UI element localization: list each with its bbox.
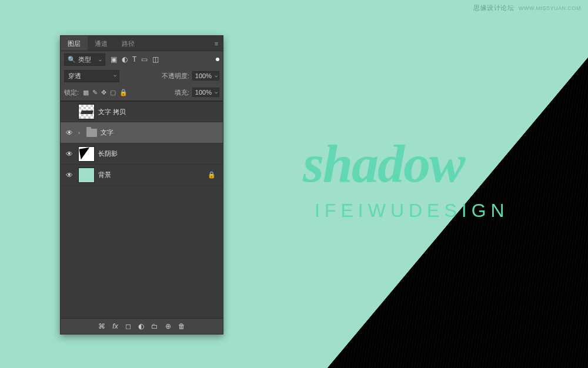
filter-shape-icon[interactable]: ▭ — [141, 55, 148, 63]
new-group-icon[interactable]: 🗀 — [151, 322, 158, 330]
layer-list: 👁 文字 拷贝 👁 › 文字 👁 长阴影 👁 背景 🔒 — [61, 101, 223, 319]
new-layer-icon[interactable]: ⊕ — [165, 322, 171, 330]
lock-image-icon[interactable]: ✎ — [92, 89, 98, 96]
fill-label: 填充: — [175, 88, 189, 97]
layer-thumbnail — [78, 104, 95, 119]
visibility-toggle[interactable]: 👁 — [64, 108, 75, 116]
layer-thumbnail — [78, 168, 95, 183]
artwork-sub-text: IFEIWUDESIGN — [315, 200, 509, 222]
lock-transparency-icon[interactable]: ▩ — [83, 89, 89, 96]
canvas-artwork: shadow IFEIWUDESIGN — [270, 0, 588, 368]
visibility-toggle[interactable]: 👁 — [64, 171, 75, 179]
panel-tabs: 图层 通道 路径 ≡ — [61, 36, 223, 51]
chevron-down-icon: ⌵ — [99, 57, 102, 62]
opacity-value[interactable]: 100% — [192, 71, 219, 81]
chevron-right-icon[interactable]: › — [78, 130, 83, 136]
link-layers-icon[interactable]: ⌘ — [98, 322, 105, 330]
blend-row: 穿透 不透明度: 100% — [61, 68, 223, 84]
filter-toggle[interactable] — [216, 58, 219, 61]
tab-channels[interactable]: 通道 — [88, 36, 115, 51]
opacity-label: 不透明度: — [162, 72, 189, 81]
layer-name: 文字 — [101, 128, 113, 137]
filter-adjust-icon[interactable]: ◐ — [122, 55, 128, 63]
lock-all-icon[interactable]: 🔒 — [119, 89, 128, 96]
lock-row: 锁定: ▩ ✎ ✥ ▢ 🔒 填充: 100% — [61, 84, 223, 101]
filter-icons: ▣ ◐ T ▭ ◫ — [111, 55, 159, 63]
search-icon: 🔍 — [68, 56, 76, 63]
blend-mode-value: 穿透 — [68, 72, 81, 79]
blend-mode-select[interactable]: 穿透 — [64, 70, 119, 82]
lock-position-icon[interactable]: ✥ — [101, 89, 106, 96]
lock-label: 锁定: — [64, 88, 79, 97]
layer-row[interactable]: 👁 背景 🔒 — [61, 165, 223, 186]
lock-icon: 🔒 — [208, 171, 216, 179]
lock-artboard-icon[interactable]: ▢ — [110, 89, 116, 96]
layer-row[interactable]: 👁 长阴影 — [61, 143, 223, 165]
layer-row[interactable]: 👁 › 文字 — [61, 122, 223, 143]
tab-paths[interactable]: 路径 — [115, 36, 142, 51]
layers-panel: 图层 通道 路径 ≡ 🔍 类型 ⌵ ▣ ◐ T ▭ ◫ 穿透 不透明度: 100… — [60, 35, 223, 334]
adjustment-layer-icon[interactable]: ◐ — [138, 322, 144, 330]
tab-layers[interactable]: 图层 — [61, 36, 88, 51]
visibility-toggle[interactable]: 👁 — [64, 129, 75, 137]
delete-layer-icon[interactable]: 🗑 — [178, 322, 185, 330]
layer-mask-icon[interactable]: ◻ — [125, 322, 131, 330]
layer-name: 文字 拷贝 — [98, 108, 126, 116]
panel-menu-icon[interactable]: ≡ — [210, 36, 223, 51]
artwork-main-text: shadow — [303, 132, 464, 195]
layer-thumbnail — [78, 146, 95, 162]
filter-smart-icon[interactable]: ◫ — [152, 55, 159, 63]
layer-style-icon[interactable]: fx — [112, 322, 118, 330]
layer-row[interactable]: 👁 文字 拷贝 — [61, 101, 223, 122]
filter-type-icon[interactable]: T — [132, 55, 136, 63]
filter-type-select[interactable]: 🔍 类型 ⌵ — [64, 53, 105, 66]
layer-name: 背景 — [98, 170, 111, 179]
filter-label: 类型 — [78, 55, 91, 64]
layers-bottom-bar: ⌘ fx ◻ ◐ 🗀 ⊕ 🗑 — [61, 319, 223, 334]
fill-value[interactable]: 100% — [192, 88, 219, 97]
layer-name: 长阴影 — [98, 149, 118, 158]
filter-image-icon[interactable]: ▣ — [111, 55, 117, 63]
visibility-toggle[interactable]: 👁 — [64, 150, 75, 158]
filter-row: 🔍 类型 ⌵ ▣ ◐ T ▭ ◫ — [61, 51, 223, 68]
folder-icon — [86, 129, 97, 137]
